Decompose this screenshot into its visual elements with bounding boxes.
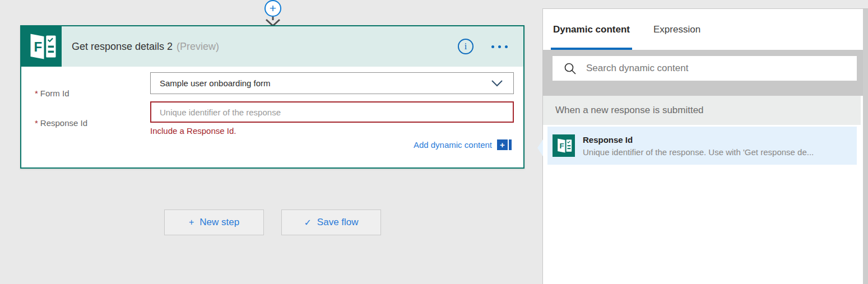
form-id-value: Sample user onboarding form	[151, 78, 491, 88]
save-flow-button[interactable]: ✓ Save flow	[281, 209, 381, 235]
response-id-error: Include a Response Id.	[150, 126, 236, 136]
add-dynamic-content-link[interactable]: Add dynamic content +	[414, 139, 512, 150]
add-dynamic-content-icon: +	[497, 139, 508, 150]
insert-step-button[interactable]: +	[264, 0, 281, 17]
info-icon[interactable]: i	[458, 39, 474, 54]
svg-text:F: F	[34, 39, 43, 54]
preview-badge: (Preview)	[177, 41, 219, 53]
panel-scrollbar[interactable]	[863, 9, 868, 284]
svg-text:F: F	[560, 142, 564, 150]
action-card: F Get response details 2 (Preview) i *Fo…	[20, 25, 524, 169]
action-card-header[interactable]: F Get response details 2 (Preview) i	[21, 26, 523, 67]
check-icon: ✓	[304, 217, 311, 228]
cursor-bar-icon	[509, 139, 512, 150]
search-box	[553, 56, 857, 81]
search-icon	[564, 62, 577, 75]
group-header: When a new response is submitted	[543, 96, 861, 125]
tab-dynamic-content[interactable]: Dynamic content	[552, 9, 631, 50]
required-marker: *	[35, 118, 38, 128]
dynamic-content-panel: Dynamic content Expression When a new re…	[542, 8, 868, 284]
new-step-button[interactable]: + New step	[164, 209, 264, 235]
form-id-label: *Form Id	[35, 89, 69, 98]
item-description: Unique identifier of the response. Use w…	[583, 147, 814, 157]
dynamic-content-item-response-id[interactable]: F Response Id Unique identifier of the r…	[547, 127, 857, 165]
response-id-label: *Response Id	[35, 118, 87, 128]
forms-icon: F	[21, 26, 62, 67]
response-id-input[interactable]	[150, 101, 514, 123]
panel-tabs: Dynamic content Expression	[543, 9, 868, 50]
forms-icon: F	[553, 134, 575, 157]
menu-ellipsis-icon[interactable]	[490, 42, 509, 52]
insert-step-node: +	[263, 0, 282, 27]
search-section	[543, 50, 868, 96]
card-body: *Form Id Sample user onboarding form *Re…	[21, 67, 523, 167]
card-title: Get response details 2 (Preview)	[62, 26, 458, 67]
chevron-down-icon	[491, 80, 513, 87]
search-input[interactable]	[586, 56, 857, 81]
item-title: Response Id	[583, 135, 814, 145]
form-id-dropdown[interactable]: Sample user onboarding form	[150, 72, 514, 94]
panel-callout-notch	[537, 139, 543, 156]
plus-icon: +	[189, 217, 194, 227]
tab-expression[interactable]: Expression	[652, 9, 702, 50]
required-marker: *	[35, 89, 38, 98]
